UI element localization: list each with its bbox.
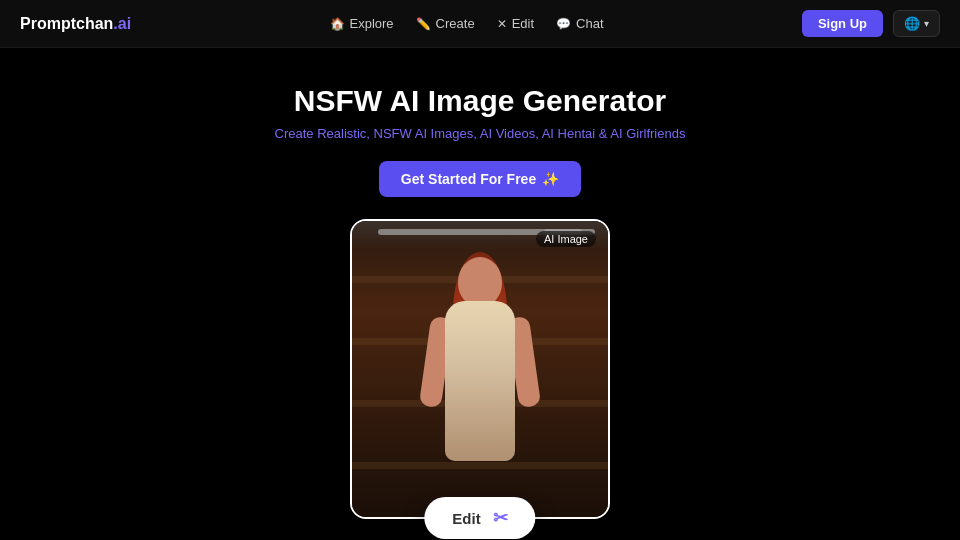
navbar: Promptchan.ai 🏠 Explore ✏️ Create ✕ Edit…	[0, 0, 960, 48]
logo-text: Promptchan	[20, 15, 113, 32]
hero-title: NSFW AI Image Generator	[294, 84, 666, 118]
edit-label: Edit	[452, 510, 480, 527]
nav-explore[interactable]: 🏠 Explore	[330, 16, 394, 31]
hero-subtitle: Create Realistic, NSFW AI Images, AI Vid…	[275, 126, 686, 141]
globe-chevron: ▾	[924, 18, 929, 29]
nav-edit[interactable]: ✕ Edit	[497, 16, 534, 31]
nav-links: 🏠 Explore ✏️ Create ✕ Edit 💬 Chat	[330, 16, 604, 31]
nav-chat[interactable]: 💬 Chat	[556, 16, 603, 31]
logo[interactable]: Promptchan.ai	[20, 15, 131, 33]
edit-bar[interactable]: Edit ✂	[424, 497, 535, 539]
nav-create-label: Create	[436, 16, 475, 31]
nav-create[interactable]: ✏️ Create	[416, 16, 475, 31]
photo-simulation	[352, 221, 608, 517]
nav-chat-label: Chat	[576, 16, 603, 31]
image-type-label: AI Image	[536, 231, 596, 247]
figure-body	[445, 301, 515, 461]
nav-explore-label: Explore	[350, 16, 394, 31]
hero-section: NSFW AI Image Generator Create Realistic…	[0, 48, 960, 519]
image-card-wrapper: AI Image Edit ✂	[350, 219, 610, 519]
nav-edit-label: Edit	[512, 16, 534, 31]
edit-icon: ✕	[497, 17, 507, 31]
cta-label: Get Started For Free	[401, 171, 536, 187]
chat-icon: 💬	[556, 17, 571, 31]
cta-button[interactable]: Get Started For Free ✨	[379, 161, 581, 197]
globe-button[interactable]: 🌐 ▾	[893, 10, 940, 37]
signup-button[interactable]: Sign Up	[802, 10, 883, 37]
scissors-icon: ✂	[493, 507, 508, 529]
cta-icon: ✨	[542, 171, 559, 187]
figure-head	[458, 257, 502, 307]
explore-icon: 🏠	[330, 17, 345, 31]
globe-icon: 🌐	[904, 16, 920, 31]
create-icon: ✏️	[416, 17, 431, 31]
ai-image-card: AI Image	[350, 219, 610, 519]
logo-accent: .ai	[113, 15, 131, 32]
nav-right: Sign Up 🌐 ▾	[802, 10, 940, 37]
figure	[415, 257, 545, 517]
